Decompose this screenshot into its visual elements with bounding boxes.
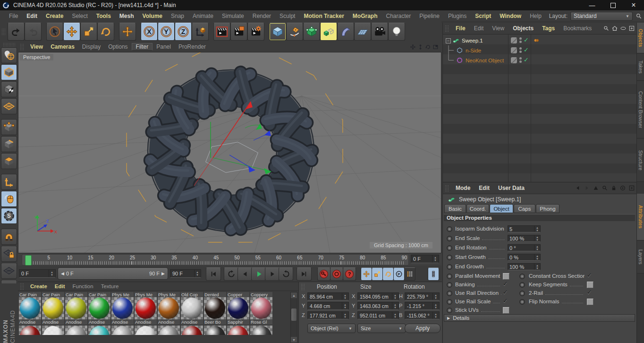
attr-search-icon[interactable]: [602, 185, 608, 191]
main-menu-item-motion-tracker[interactable]: Motion Tracker: [299, 13, 348, 19]
viewport-zoom-icon[interactable]: [417, 44, 424, 50]
viewport-menu-item-panel[interactable]: Panel: [153, 43, 175, 50]
checkbox-parallel-movement[interactable]: [503, 273, 509, 280]
viewport-menu-item-display[interactable]: Display: [78, 43, 104, 50]
lock-z-axis-button[interactable]: Z: [175, 23, 192, 41]
make-editable-button[interactable]: [1, 47, 17, 63]
checkbox-constant-cross-section[interactable]: ✓: [587, 272, 592, 279]
material-thumbnail[interactable]: [19, 326, 41, 335]
main-menu-item-volume[interactable]: Volume: [138, 13, 167, 19]
material-thumbnail[interactable]: [19, 297, 41, 319]
animation-dot[interactable]: [447, 236, 452, 241]
size-z-field[interactable]: 952.011 cm▲▼: [357, 311, 399, 319]
enabled-check-icon[interactable]: ✓: [524, 56, 529, 63]
frame-ruler[interactable]: 051015202530354045505560657075808590: [22, 254, 409, 266]
tab-object[interactable]: Object: [490, 204, 513, 213]
polygons-mode-button[interactable]: [1, 153, 17, 169]
side-tab-layers[interactable]: Layers: [637, 241, 644, 274]
material-thumbnail[interactable]: [111, 297, 134, 319]
details-expander[interactable]: ▶Details: [444, 314, 635, 322]
main-menu-item-file[interactable]: File: [5, 13, 22, 19]
animation-dot[interactable]: [519, 291, 525, 296]
play-button[interactable]: [251, 267, 266, 281]
animation-dot[interactable]: [447, 282, 452, 288]
material-menu-item-edit[interactable]: Edit: [51, 283, 69, 289]
size-mode-dropdown[interactable]: Size▼: [357, 324, 406, 333]
animation-dot[interactable]: [447, 264, 452, 270]
layer-swatch[interactable]: [511, 57, 517, 63]
main-menu-item-create[interactable]: Create: [42, 13, 68, 19]
tab-basic[interactable]: Basic: [444, 204, 466, 213]
scroll-down-icon[interactable]: ▼: [291, 337, 297, 343]
live-selection-button[interactable]: [46, 23, 63, 41]
main-menu-item-help[interactable]: Help: [525, 13, 546, 19]
checkbox-use-rail-direction[interactable]: ✓: [503, 289, 508, 296]
main-menu-item-select[interactable]: Select: [68, 13, 92, 19]
main-menu-item-animate[interactable]: Animate: [188, 13, 218, 19]
scroll-up-icon[interactable]: ▲: [291, 292, 297, 298]
object-tree[interactable]: –Sweep.1✓n-Side✓NeoKnot Object✓: [443, 34, 637, 182]
viewport-tweak-button[interactable]: [1, 191, 17, 207]
checkbox-use-rail-scale[interactable]: ✓: [503, 297, 508, 304]
animation-dot[interactable]: [519, 299, 525, 305]
viewport-menu-item-cameras[interactable]: Cameras: [47, 43, 78, 50]
close-button[interactable]: ×: [623, 0, 644, 10]
side-tab-objects[interactable]: Objects: [637, 23, 644, 53]
main-menu-item-script[interactable]: Script: [471, 13, 495, 19]
subdivision-surface-button[interactable]: [303, 23, 320, 41]
main-menu-item-snap[interactable]: Snap: [167, 13, 188, 19]
locked-workplane-button[interactable]: [1, 246, 17, 262]
scroll-thumb[interactable]: [291, 309, 297, 321]
workplane-mode-button[interactable]: [1, 98, 17, 114]
move-tool-button[interactable]: [63, 23, 80, 41]
key-position-toggle[interactable]: [361, 267, 372, 281]
object-manager-menu-item-file[interactable]: File: [451, 25, 470, 32]
lock-y-axis-button[interactable]: Y: [158, 23, 175, 41]
frame-start-field[interactable]: 0 F▲▼: [19, 269, 56, 278]
viewport-menu-item-filter[interactable]: Filter: [132, 43, 153, 51]
attribute-menu-item-user-data[interactable]: User Data: [494, 185, 529, 191]
side-tab-content-browser[interactable]: Content Browser: [637, 81, 644, 138]
floor-button[interactable]: [354, 23, 371, 41]
recent-tool-button[interactable]: [119, 23, 136, 41]
visibility-dots[interactable]: [519, 57, 522, 64]
key-parameter-toggle[interactable]: P: [393, 267, 405, 281]
attribute-menu-item-edit[interactable]: Edit: [475, 185, 494, 191]
workplane-button[interactable]: [1, 263, 17, 279]
object-manager-menu-item-tags[interactable]: Tags: [538, 25, 559, 32]
om-eye-icon[interactable]: [620, 25, 627, 32]
side-tab-structure[interactable]: Structure: [637, 139, 644, 182]
animation-dot[interactable]: [447, 291, 452, 296]
expand-toggle[interactable]: –: [446, 38, 451, 43]
viewport-menu-item-view[interactable]: View: [26, 43, 47, 50]
material-thumbnail[interactable]: [227, 297, 249, 319]
viewport-toggle-icon[interactable]: [432, 44, 439, 50]
material-menu-item-create[interactable]: Create: [26, 283, 51, 289]
viewport-move-icon[interactable]: [410, 44, 416, 50]
visibility-dots[interactable]: [519, 47, 522, 54]
attr-field-end-rotation[interactable]: 0 °▲▼: [508, 244, 541, 251]
main-menu-item-sculpt[interactable]: Sculpt: [275, 13, 299, 19]
light-button[interactable]: [388, 23, 405, 41]
main-menu-item-plugins[interactable]: Plugins: [444, 13, 471, 19]
keyframe-selection-button[interactable]: ?: [343, 267, 356, 281]
om-home-icon[interactable]: [611, 25, 618, 32]
rotation-b-field[interactable]: -115.062 °▲▼: [405, 311, 440, 319]
object-manager-grip[interactable]: [445, 25, 449, 32]
size-y-field[interactable]: 1463.063 cm▲▼: [357, 302, 399, 310]
material-thumbnail[interactable]: [181, 326, 203, 335]
object-manager-menu-item-bookmarks[interactable]: Bookmarks: [559, 25, 596, 32]
position-y-field[interactable]: 4.668 cm▲▼: [307, 302, 349, 310]
attr-add-panel-icon[interactable]: [628, 185, 635, 191]
main-menu-item-mograph[interactable]: MoGraph: [348, 13, 382, 19]
viewport[interactable]: YZX: [18, 52, 441, 253]
attr-field-isoparm-subdivision[interactable]: 5▲▼: [508, 225, 541, 232]
position-x-field[interactable]: 85.964 cm▲▼: [307, 292, 349, 300]
key-scale-toggle[interactable]: [372, 267, 383, 281]
checkbox-keep-segments[interactable]: [587, 282, 593, 288]
go-to-start-button[interactable]: [206, 267, 221, 281]
redo-button[interactable]: [25, 23, 42, 41]
object-row-sweep-1[interactable]: –Sweep.1✓: [443, 35, 637, 45]
side-tab-attributes[interactable]: Attributes: [637, 194, 644, 240]
edges-mode-button[interactable]: [1, 136, 17, 152]
